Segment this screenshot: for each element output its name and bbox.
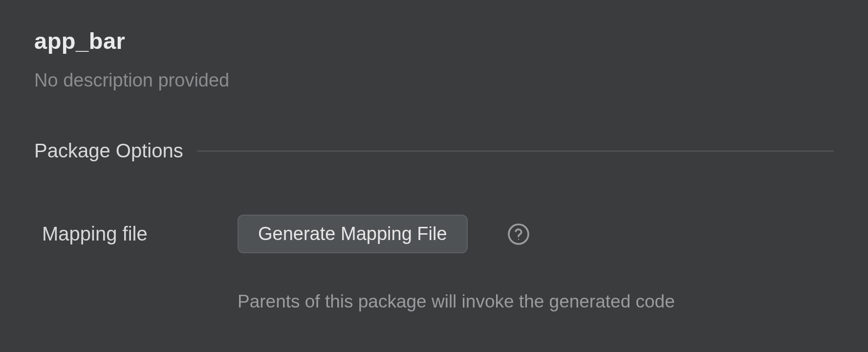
generate-mapping-file-button[interactable]: Generate Mapping File — [238, 215, 468, 253]
section-divider — [197, 151, 834, 152]
section-header: Package Options — [34, 140, 834, 162]
section-title: Package Options — [34, 140, 183, 162]
svg-point-1 — [518, 239, 519, 240]
package-title: app_bar — [34, 27, 834, 54]
help-icon[interactable] — [507, 222, 530, 246]
mapping-file-controls: Generate Mapping File — [238, 215, 530, 253]
package-description: No description provided — [34, 70, 834, 91]
svg-point-0 — [509, 224, 528, 244]
package-panel: app_bar No description provided Package … — [0, 0, 868, 312]
mapping-file-hint: Parents of this package will invoke the … — [34, 291, 834, 312]
mapping-file-label: Mapping file — [42, 223, 238, 245]
mapping-file-row: Mapping file Generate Mapping File — [34, 215, 834, 253]
